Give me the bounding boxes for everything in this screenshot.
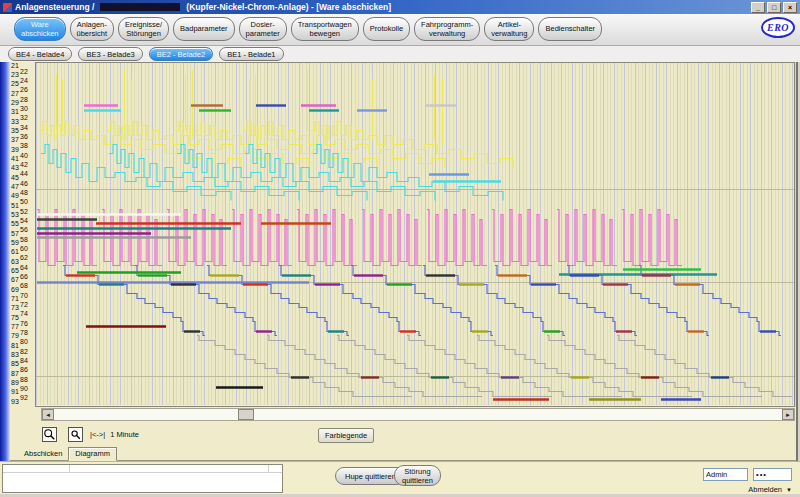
view-tab-strip: Abschicken Diagramm [10, 447, 796, 461]
axis-label: 92 [20, 394, 28, 401]
toolbar-button-transportwagen-bewegen[interactable]: Transportwagenbewegen [291, 17, 359, 41]
minimize-button[interactable]: _ [751, 2, 765, 13]
toolbar-button-badparameter[interactable]: Badparameter [173, 17, 235, 41]
axis-label: 22 [20, 68, 28, 75]
axis-label: 37 [11, 136, 19, 143]
axis-label: 85 [11, 360, 19, 367]
axis-label: 76 [20, 320, 28, 327]
axis-label: 30 [20, 105, 28, 112]
axis-label: 74 [20, 310, 28, 317]
toolbar-button-bedienschalter[interactable]: Bedienschalter [538, 17, 602, 41]
axis-label: 21 [11, 62, 19, 69]
logout-dropdown[interactable]: Abmelden ▼ [730, 485, 792, 494]
button-label: Störungen [125, 30, 162, 39]
axis-label: 39 [11, 146, 19, 153]
axis-label: 59 [11, 239, 19, 246]
axis-label: 51 [11, 202, 19, 209]
chevron-down-icon: ▼ [786, 487, 792, 493]
diagram-controls-panel: ◄ ► |<->| 1 Minute Farblegende [10, 407, 796, 447]
axis-label: 42 [20, 161, 28, 168]
fault-button-line1: Störung [402, 467, 433, 476]
magnifier-icon [69, 428, 82, 441]
axis-label: 91 [11, 388, 19, 395]
axis-label: 27 [11, 90, 19, 97]
button-label: abschicken [21, 30, 59, 39]
button-label: parameter [246, 30, 280, 39]
axis-label: 56 [20, 226, 28, 233]
axis-label: 28 [20, 96, 28, 103]
axis-label: 43 [11, 164, 19, 171]
axis-label: 41 [11, 155, 19, 162]
button-label: übersicht [77, 30, 107, 39]
axis-label: 24 [20, 77, 28, 84]
magnifier-icon [43, 428, 56, 441]
fault-acknowledge-button[interactable]: Störung quittieren [394, 465, 441, 486]
dispatch-list[interactable] [2, 464, 283, 493]
username-field[interactable] [703, 468, 748, 481]
list-column-1 [3, 465, 70, 472]
station-tab-be4[interactable]: BE4 - Belade4 [8, 47, 72, 61]
station-tab-be3[interactable]: BE3 - Belade3 [78, 47, 142, 61]
station-tab-be2[interactable]: BE2 - Belade2 [149, 47, 213, 61]
axis-label: 86 [20, 366, 28, 373]
time-scrollbar[interactable]: ◄ ► [41, 408, 795, 421]
dispatch-list-header [3, 465, 282, 473]
maximize-button[interactable]: □ [767, 2, 781, 13]
axis-label: 55 [11, 220, 19, 227]
scroll-right-button[interactable]: ► [782, 409, 794, 420]
button-label: verwaltung [421, 30, 473, 39]
axis-label: 77 [11, 323, 19, 330]
axis-label: 65 [11, 267, 19, 274]
interval-icon: |<->| [90, 430, 105, 439]
axis-label: 68 [20, 282, 28, 289]
password-field[interactable] [753, 468, 792, 481]
app-icon [3, 3, 12, 12]
zoom-in-button[interactable] [42, 427, 57, 442]
axis-label: 44 [20, 170, 28, 177]
button-label: Badparameter [180, 25, 228, 34]
close-button[interactable]: × [783, 2, 797, 13]
ero-logo-text: ERO [767, 22, 789, 33]
toolbar-button-dosier-parameter[interactable]: Dosier-parameter [239, 17, 287, 41]
toolbar-button-ware-abschicken[interactable]: Wareabschicken [14, 17, 66, 41]
axis-label: 89 [11, 379, 19, 386]
axis-label: 48 [20, 189, 28, 196]
axis-label: 53 [11, 211, 19, 218]
axis-label: 45 [11, 174, 19, 181]
scroll-left-button[interactable]: ◄ [42, 409, 54, 420]
title-bar: Anlagensteuerung / (Kupfer-Nickel-Chrom-… [0, 0, 800, 14]
scrollbar-track[interactable] [54, 409, 782, 420]
window-controls: _ □ × [751, 2, 800, 13]
button-label: bewegen [298, 30, 352, 39]
axis-label: 54 [20, 217, 28, 224]
axis-label: 40 [20, 152, 28, 159]
tab-abschicken[interactable]: Abschicken [18, 448, 68, 460]
button-label: verwaltung [491, 30, 527, 39]
zoom-out-button[interactable] [68, 427, 83, 442]
axis-label: 87 [11, 370, 19, 377]
tab-diagramm[interactable]: Diagramm [68, 447, 117, 461]
left-accent-strip [0, 62, 10, 461]
scrollbar-thumb[interactable] [238, 409, 254, 420]
color-legend-button[interactable]: Farblegende [318, 428, 374, 443]
axis-label: 79 [11, 332, 19, 339]
toolbar-button-ereignisse-stoerungen[interactable]: Ereignisse/Störungen [118, 17, 169, 41]
axis-label: 34 [20, 124, 28, 131]
axis-label: 72 [20, 301, 28, 308]
axis-label: 50 [20, 198, 28, 205]
toolbar-button-anlagen-uebersicht[interactable]: Anlagen-übersicht [70, 17, 114, 41]
axis-label: 80 [20, 338, 28, 345]
dispatch-diagram-canvas[interactable] [36, 63, 794, 405]
axis-label: 67 [11, 276, 19, 283]
toolbar-button-fahrprogramm-verwaltung[interactable]: Fahrprogramm-verwaltung [414, 17, 480, 41]
window-right-edge [796, 62, 798, 461]
ero-logo: ERO [761, 17, 795, 38]
window-title-suffix: (Kupfer-Nickel-Chrom-Anlage) - [Ware abs… [186, 2, 391, 12]
toolbar-button-artikel-verwaltung[interactable]: Artikel-verwaltung [484, 17, 534, 41]
axis-label: 31 [11, 108, 19, 115]
footer-panel: Hupe quittieren Störung quittieren Abmel… [0, 461, 800, 494]
axis-label: 32 [20, 114, 28, 121]
toolbar-buttons: WareabschickenAnlagen-übersichtEreigniss… [0, 14, 800, 41]
station-tab-be1[interactable]: BE1 - Belade1 [219, 47, 283, 61]
toolbar-button-protokolle[interactable]: Protokolle [363, 17, 410, 41]
